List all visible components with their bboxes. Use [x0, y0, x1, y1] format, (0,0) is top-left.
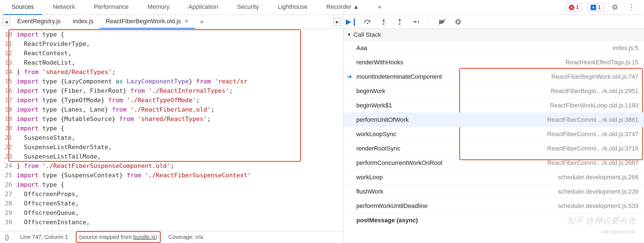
file-tab[interactable]: EventRegistry.js [11, 15, 67, 29]
file-tab[interactable]: ReactFiberBeginWork.old.js✕ [100, 15, 195, 29]
nav-forward-button[interactable]: ▶ [333, 18, 341, 26]
frame-function: workLoopSync [356, 131, 547, 138]
stack-frame[interactable]: beginWork$1ReactFiberWorkLoop.old.js:119… [344, 98, 644, 113]
frame-location[interactable]: ReactFiberWorkLoop.old.js:1193 [550, 102, 638, 109]
error-badge[interactable]: ✕1 [566, 3, 582, 12]
nav-back-button[interactable]: ◀ [2, 18, 10, 26]
panel-tab-network[interactable]: Network [45, 0, 84, 15]
panel-tab-security[interactable]: Security [228, 0, 267, 15]
stack-frame[interactable]: renderRootSyncReactFiberCommi…rk.old.js:… [344, 141, 644, 156]
pretty-print-button[interactable]: {} [5, 234, 9, 241]
frame-function: beginWork [356, 88, 551, 95]
frame-location[interactable]: index.js:5 [613, 44, 638, 52]
frame-function: performWorkUntilDeadline [356, 202, 558, 210]
frame-location[interactable]: ReactFiberCommi…rk.old.js:3861 [547, 116, 638, 123]
svg-point-2 [383, 23, 385, 25]
settings-button[interactable]: ⚙ [609, 3, 620, 12]
stack-frame[interactable]: beginWorkReactFiberBegin…rk.old.js:2951 [344, 84, 644, 98]
frame-location[interactable]: scheduler.development.js:533 [558, 202, 638, 210]
stack-frame[interactable]: flushWorkscheduler.development.js:239 [344, 184, 644, 199]
frame-location[interactable]: ReactHookEffectTags.js:15 [565, 59, 638, 66]
svg-point-6 [418, 21, 419, 22]
step-into-button[interactable] [380, 18, 388, 26]
close-icon[interactable]: ✕ [184, 18, 189, 25]
panel-tab-sources[interactable]: Sources [3, 0, 42, 15]
stack-frame[interactable]: performUnitOfWorkReactFiberCommi…rk.old.… [344, 113, 644, 127]
frame-function: performUnitOfWork [356, 116, 547, 123]
source-map-link[interactable]: bundle.js [133, 234, 155, 240]
frame-location[interactable]: ReactFiberBeginWork.old.js:747 [551, 73, 638, 80]
step-button[interactable] [412, 18, 420, 26]
file-tab[interactable]: index.js [67, 15, 100, 29]
call-stack-list: Aaaindex.js:5renderWithHooksReactHookEff… [344, 41, 644, 243]
code-editor[interactable]: 10 11 12 13 14 15 16 17 18 19 20 21 22 2… [0, 29, 343, 231]
step-out-button[interactable] [396, 18, 404, 26]
stack-frame[interactable]: renderWithHooksReactHookEffectTags.js:15 [344, 55, 644, 70]
resume-button[interactable]: ▶❙ [347, 18, 356, 26]
coverage-info: Coverage: n/a [168, 234, 203, 240]
info-badge[interactable]: ✦1 [588, 3, 604, 12]
call-stack-header[interactable]: ▼Call Stack [344, 29, 644, 41]
frame-function: renderRootSync [356, 145, 547, 152]
frame-location[interactable]: ReactFiberCommi…rk.old.js:2687 [547, 159, 638, 167]
stack-frame[interactable]: performWorkUntilDeadlinescheduler.develo… [344, 199, 644, 213]
status-bar: {} Line 747, Column 1 (source mapped fro… [0, 231, 343, 243]
code-content[interactable]: import type { ReactProviderType, ReactCo… [14, 29, 343, 231]
frame-function: workLoop [356, 174, 558, 181]
stack-frame[interactable]: workLoopscheduler.development.js:266 [344, 170, 644, 184]
panel-tab-memory[interactable]: Memory [139, 0, 178, 15]
pause-on-exceptions-button[interactable] [454, 18, 462, 26]
stack-frame[interactable]: performConcurrentWorkOnRootReactFiberCom… [344, 156, 644, 170]
line-gutter: 10 11 12 13 14 15 16 17 18 19 20 21 22 2… [0, 29, 14, 231]
stack-frame[interactable]: Aaaindex.js:5 [344, 41, 644, 55]
file-tabs-overflow[interactable]: » [196, 18, 207, 25]
cursor-position: Line 747, Column 1 [20, 234, 68, 240]
frame-function: renderWithHooks [356, 59, 565, 66]
panel-tabs-overflow[interactable]: » [370, 0, 389, 15]
panel-tab-lighthouse[interactable]: Lighthouse [269, 0, 316, 15]
more-menu-button[interactable]: ⋮ [626, 3, 637, 12]
source-map-info: (source mapped from bundle.js) [79, 234, 157, 240]
frame-function: mountIndeterminateComponent [356, 73, 551, 80]
frame-location[interactable]: ReactFiberBegin…rk.old.js:2951 [551, 88, 638, 95]
svg-point-4 [399, 23, 401, 25]
debugger-toolbar: ▶❙ [344, 15, 644, 29]
devtools-panel-tabs: SourcesNetworkPerformanceMemoryApplicati… [0, 0, 644, 15]
panel-tab-performance[interactable]: Performance [85, 0, 137, 15]
svg-point-0 [367, 23, 368, 24]
collapse-icon: ▼ [347, 32, 351, 37]
frame-location[interactable]: ReactFiberCommi…rk.old.js:3715 [547, 145, 638, 152]
step-over-button[interactable] [363, 18, 372, 26]
async-boundary: postMessage (async) [344, 213, 644, 228]
current-frame-icon: ➔ [347, 73, 352, 80]
frame-function: flushWork [356, 188, 558, 195]
deactivate-breakpoints-button[interactable] [438, 18, 446, 26]
svg-rect-10 [458, 20, 459, 23]
panel-tab-recorder[interactable]: Recorder ▲ [318, 0, 367, 15]
frame-function: performConcurrentWorkOnRoot [356, 159, 547, 167]
source-file-tabs: ◀ EventRegistry.jsindex.jsReactFiberBegi… [0, 15, 343, 29]
stack-frame[interactable]: ➔mountIndeterminateComponentReactFiberBe… [344, 70, 644, 84]
svg-point-8 [455, 19, 461, 25]
frame-location[interactable]: scheduler.development.js:266 [558, 174, 638, 181]
panel-tab-application[interactable]: Application [180, 0, 227, 15]
stack-frame[interactable]: workLoopSyncReactFiberCommi…rk.old.js:37… [344, 127, 644, 141]
frame-location[interactable]: scheduler.development.js:239 [558, 188, 638, 195]
frame-function: beginWork$1 [356, 102, 550, 109]
svg-rect-9 [457, 20, 458, 23]
frame-function: Aaa [356, 44, 613, 52]
frame-location[interactable]: ReactFiberCommi…rk.old.js:3747 [547, 131, 638, 138]
